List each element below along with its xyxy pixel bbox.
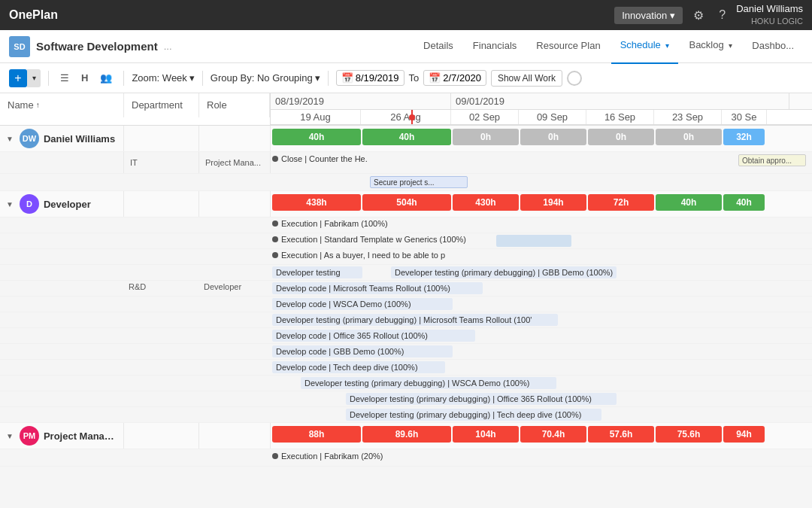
dt7-name [0,312,124,327]
pm-bar-6: 75.6h [656,426,722,443]
user-name: Daniel Williams [736,3,803,16]
daniel-bar-4: 0h [520,129,586,145]
dev-task-o365: Develop code | Office 365 Rollout (100%) [0,328,812,344]
week-09sep: 09 Sep [519,110,586,124]
pm-dept-cell [124,423,199,449]
pm-name: Project Manager [44,430,117,442]
pm-bar-3: 104h [453,426,519,443]
tab-dashboard[interactable]: Dashbo... [743,29,803,64]
workspace-button[interactable]: Innovation ▾ [614,7,683,24]
dt9-dept [124,344,199,359]
daniel-collapse-icon[interactable]: ▼ [6,135,14,143]
date-from-button[interactable]: 📅 8/19/2019 [336,70,404,86]
add-dropdown-button[interactable]: ▾ [27,69,41,87]
name-sort-icon[interactable]: ↑ [36,93,40,117]
daniel-role-cell [199,126,271,151]
dt13-gantt: Developer testing (primary debugging) | … [271,407,812,422]
task-std-template: Execution | Standard Template w Generics… [272,235,466,244]
role-column-header: Role [199,93,270,117]
daniel-task-dept-1: IT [124,152,199,173]
daniel-task-name-1 [0,152,124,173]
name-column-label: Name [8,93,34,117]
help-button[interactable]: ? [714,5,730,25]
pm-bar-2: 89.6h [362,426,451,443]
dt3-role [199,249,271,264]
dt11-role [199,376,271,391]
settings-button[interactable]: ⚙ [689,5,708,26]
pm-bar-4: 70.4h [520,426,586,443]
dev-bar-1: 438h [272,194,361,211]
dt10-name [0,360,124,375]
daniel-name-cell: ▼ DW Daniel Williams [0,126,124,151]
gantt-date-headers: 08/19/2019 09/01/2019 19 Aug 26 Aug [271,93,812,125]
std-bar [496,235,571,247]
dev-task-debug-o365: Developer testing (primary debugging) | … [0,391,812,407]
dt8-dept [124,328,199,343]
week-26aug: 26 Aug [361,110,451,124]
dt3-dept [124,249,199,264]
date-to-button[interactable]: 📅 2/7/2020 [423,70,486,86]
group-by-selector[interactable]: Group By: No Grouping ▾ [211,72,320,84]
pm-bar-5: 57.6h [588,426,654,443]
pm-task-row-1: Execution | Fabrikam (20%) [0,449,812,467]
calendar-from-icon: 📅 [341,72,353,84]
developer-gantt-cell: 438h 504h 430h 194h 72h 40h 40h [271,191,812,215]
pm-collapse-icon[interactable]: ▼ [6,432,14,440]
developer-name: Developer [44,199,91,210]
zoom-selector[interactable]: Zoom: Week ▾ [132,72,194,84]
dt1-role [199,217,271,233]
dt2-dept [124,233,199,248]
dt4-gantt: Developer testing Developer testing (pri… [271,265,812,280]
separator-1 [48,71,49,86]
dt13-role [199,407,271,422]
dt6-dept [124,297,199,312]
tab-schedule[interactable]: Schedule ▾ [611,29,679,64]
tab-financials[interactable]: Financials [464,29,526,64]
dt3-name [0,249,124,264]
today-dot [409,114,415,120]
project-more[interactable]: ... [164,41,172,52]
dt4-name [0,265,124,280]
dt4-dept [124,265,199,280]
dev-bar-7: 40h [723,194,765,211]
dt2-name [0,233,124,248]
developer-group-row: ▼ D Developer 438h 504h 430h 194h 72h 40… [0,191,812,217]
pm-bar-1: 88h [272,426,361,443]
show-all-work-button[interactable]: Show All Work [491,70,562,87]
dt12-role [199,391,271,406]
dev-task-wsca: Develop code | WSCA Demo (100%) [0,297,812,312]
toggle-circle-button[interactable] [567,71,582,86]
date-section-headers: 08/19/2019 09/01/2019 [271,93,812,110]
zoom-label: Zoom: Week [132,72,186,84]
pm-t1-dept [124,449,199,466]
week-16sep: 16 Sep [586,110,654,124]
dt6-role [199,297,271,312]
dt9-role [199,344,271,359]
developer-collapse-icon[interactable]: ▼ [6,200,14,208]
dt5-role: Developer [199,281,271,296]
people-button[interactable]: 👥 [96,71,116,85]
developer-avatar: D [20,194,39,214]
pm-t1-role [199,449,271,466]
daniel-group-row: ▼ DW Daniel Williams 40h 40h 0h 0h 0h 0h… [0,126,812,152]
pm-gantt-cell: 88h 89.6h 104h 70.4h 57.6h 75.6h 94h [271,423,812,447]
schedule-arrow: ▾ [665,41,669,50]
debug-wsca-bar: Developer testing (primary debugging) | … [301,377,556,389]
daniel-task-gantt-1: Close | Counter the He. Obtain appro... [271,152,812,173]
list-view-button[interactable]: ☰ [56,71,73,85]
h-button[interactable]: H [77,71,92,85]
t2-dot [272,236,278,242]
dt10-dept [124,360,199,375]
separator-2 [123,71,124,86]
daniel-close-task: Close | Counter the He. [272,154,368,163]
add-button[interactable]: + [9,69,27,87]
dt11-dept [124,376,199,391]
tab-resource-plan[interactable]: Resource Plan [527,29,609,64]
workspace-arrow: ▾ [670,10,675,21]
t1-dot [272,221,278,227]
o365-bar: Develop code | Office 365 Rollout (100%) [272,330,475,342]
tab-details[interactable]: Details [414,29,462,64]
task-buyer: Execution | As a buyer, I need to be abl… [272,251,445,260]
tab-backlog[interactable]: Backlog ▾ [680,29,741,64]
dev-testing-bar1: Developer testing [272,266,362,278]
